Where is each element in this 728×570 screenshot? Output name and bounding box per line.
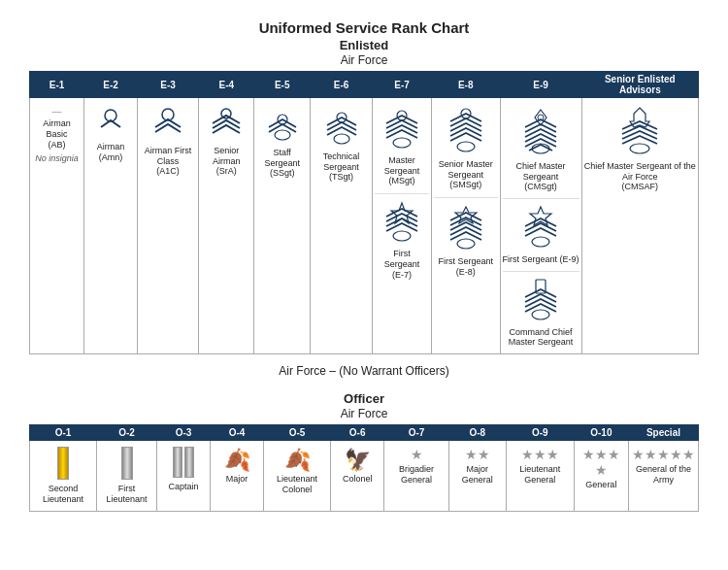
enlisted-heading: Enlisted (29, 38, 699, 52)
o6-insignia: 🦅 (333, 449, 381, 472)
o10-star1: ★ (582, 447, 595, 462)
rank-sea: Chief Master Sergeant of the Air Force(C… (581, 98, 698, 354)
special-star4: ★ (670, 447, 682, 462)
sea-svg (620, 106, 659, 154)
svg-point-13 (457, 239, 475, 249)
o2-insignia (121, 471, 133, 482)
grade-header-special: Special (628, 425, 698, 441)
gold-bar (57, 447, 69, 480)
o9-star1: ★ (521, 447, 534, 462)
grade-header-o4: O-4 (211, 425, 264, 441)
grade-header-e4: E-4 (199, 72, 254, 98)
e3-insignia-svg (151, 106, 184, 139)
e9-alt2-name: Command Chief Master Sergeant (503, 327, 579, 349)
e9-insignia (503, 106, 579, 159)
e8-insignia-svg (448, 106, 483, 152)
o8-insignia: ★ ★ (451, 447, 504, 462)
o3-insignia (173, 469, 194, 480)
rank-o7: ★ Brigadier General (384, 441, 449, 512)
e3-name: Airman First Class(A1C) (140, 146, 196, 177)
e1-insignia: — (32, 106, 82, 117)
e9-alt1-svg (523, 203, 558, 248)
double-bar-1 (173, 447, 182, 478)
o9-star3: ★ (546, 447, 559, 462)
e6-insignia-svg (324, 106, 359, 145)
grade-header-o7: O-7 (384, 425, 449, 441)
e1-name: Airman Basic(AB) (32, 118, 82, 150)
grade-header-e1: E-1 (30, 72, 84, 98)
rank-o6: 🦅 Colonel (331, 441, 384, 512)
o7-insignia: ★ (386, 447, 447, 462)
grade-header-sea: Senior Enlisted Advisors (581, 72, 698, 98)
rank-e3: Airman First Class(A1C) (138, 98, 199, 354)
sea-insignia (584, 106, 696, 159)
o10-star2: ★ (595, 447, 608, 462)
o1-insignia (57, 471, 69, 482)
grade-header-e9: E-9 (500, 72, 581, 98)
grade-header-o2: O-2 (97, 425, 157, 441)
special-star1: ★ (632, 447, 645, 462)
rank-e6: Technical Sergeant(TSgt) (310, 98, 372, 354)
special-star2: ★ (645, 447, 657, 462)
svg-point-18 (532, 237, 549, 247)
special-star3: ★ (657, 447, 670, 462)
e5-insignia-svg (265, 106, 300, 141)
rank-o3: Captain (157, 441, 211, 512)
o8-name: Major General (451, 464, 504, 486)
svg-point-3 (275, 130, 290, 140)
e6-insignia (313, 106, 370, 150)
e7-alt-insignia-svg (384, 199, 419, 242)
grade-header-o1: O-1 (30, 425, 97, 441)
e7-insignia-svg (384, 106, 419, 149)
e8-name: Senior Master Sergeant(SMSgt) (434, 159, 498, 190)
rank-o10: ★ ★ ★ ★ General (574, 441, 628, 512)
o10-star3: ★ (608, 447, 620, 462)
o10-insignia: ★ ★ ★ ★ (577, 447, 626, 478)
svg-point-20 (532, 310, 549, 319)
o10-name: General (577, 480, 626, 490)
o5-insignia: 🍂 (266, 449, 328, 472)
rank-e8: Senior Master Sergeant(SMSgt) (431, 98, 500, 354)
o7-star1: ★ (411, 447, 423, 462)
e8-alt-insignia-svg (448, 203, 483, 250)
svg-point-22 (630, 144, 649, 153)
grade-header-e6: E-6 (310, 72, 372, 98)
rank-e1: — Airman Basic(AB) No insignia (30, 98, 84, 354)
rank-special: ★ ★ ★ ★ ★ General of the Army (628, 441, 698, 512)
rank-o4: 🍂 Major (211, 441, 264, 512)
double-bar-2 (184, 447, 194, 478)
o9-star2: ★ (534, 447, 546, 462)
svg-point-11 (457, 142, 475, 151)
grade-header-e8: E-8 (431, 72, 500, 98)
e7-alt-name: First Sergeant(E-7) (375, 249, 429, 280)
o2-name: First Lieutenant (99, 484, 154, 505)
o8-star1: ★ (465, 447, 478, 462)
e9-insignia-svg (523, 106, 558, 154)
e9-alt2-svg (523, 276, 558, 320)
e9-alt2-insignia (503, 276, 579, 325)
silver-bar (121, 447, 133, 480)
officer-table: O-1 O-2 O-3 O-4 O-5 O-6 O-7 O-8 O-9 O-10… (29, 424, 699, 512)
page-title: Uniformed Service Rank Chart (29, 19, 699, 36)
svg-point-5 (334, 134, 349, 144)
grade-header-e5: E-5 (254, 72, 311, 98)
enlisted-table: E-1 E-2 E-3 E-4 E-5 E-6 E-7 E-8 E-9 Seni… (29, 71, 699, 354)
e9-alt1-insignia (503, 203, 579, 252)
grade-header-e3: E-3 (138, 72, 199, 98)
grade-header-o9: O-9 (506, 425, 574, 441)
rank-o2: First Lieutenant (97, 441, 157, 512)
svg-point-7 (393, 138, 411, 148)
special-insignia: ★ ★ ★ ★ ★ (631, 447, 696, 462)
rank-e2: Airman(Amn) (84, 98, 138, 354)
o4-name: Major (213, 474, 261, 485)
o4-insignia: 🍂 (213, 449, 261, 472)
grade-header-e2: E-2 (84, 72, 138, 98)
enlisted-section: Enlisted Air Force E-1 E-2 E-3 E-4 E-5 E… (29, 38, 699, 354)
e4-insignia-svg (210, 106, 243, 139)
e2-insignia-svg (96, 106, 125, 135)
rank-e4: Senior Airman(SrA) (199, 98, 254, 354)
o7-name: Brigadier General (386, 464, 447, 486)
o3-name: Captain (159, 482, 208, 492)
e3-insignia (140, 106, 196, 144)
officer-section: Officer Air Force O-1 O-2 O-3 O-4 O-5 O-… (29, 391, 699, 512)
